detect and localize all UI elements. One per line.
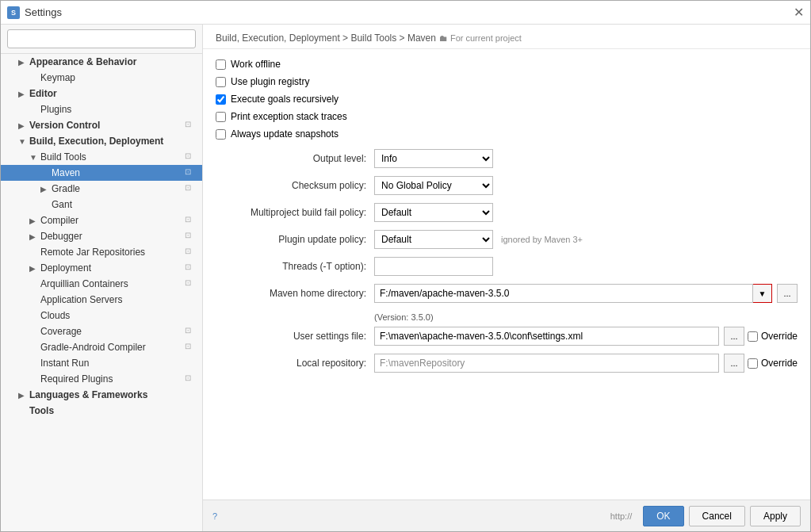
ext-icon: ⊡ [185,326,196,337]
override2-group: Override [748,358,798,369]
ext-icon: ⊡ [185,247,196,258]
checksum-policy-row: Checksum policy: No Global Policy [216,176,798,195]
sidebar-item-label: Build, Execution, Deployment [29,136,196,147]
plugin-update-row: Plugin update policy: Default ignored by… [216,230,798,249]
threads-input[interactable] [374,257,493,276]
apply-button[interactable]: Apply [750,506,801,526]
arrow-icon: ▶ [18,90,29,98]
sidebar-item-required-plugins[interactable]: Required Plugins ⊡ [1,371,202,387]
execute-goals-checkbox[interactable] [216,94,226,105]
sidebar-item-editor[interactable]: ▶ Editor [1,86,202,101]
ext-icon: ⊡ [185,167,196,178]
sidebar-item-plugins[interactable]: Plugins [1,101,202,117]
sidebar-item-app-servers[interactable]: Application Servers [1,292,202,308]
ext-icon: ⊡ [185,215,196,226]
arrow-icon: ▶ [18,58,29,67]
search-input[interactable] [7,29,196,48]
plugin-update-control: Default ignored by Maven 3+ [374,230,798,249]
maven-home-label: Maven home directory: [216,288,374,299]
sidebar-item-label: Compiler [40,215,185,226]
sidebar-item-gradle[interactable]: ▶ Gradle ⊡ [1,181,202,197]
ext-icon: ⊡ [185,120,196,131]
multiproject-label: Multiproject build fail policy: [216,207,374,218]
output-level-select[interactable]: Info [374,149,493,168]
execute-goals-row: Execute goals recursively [216,94,798,105]
cancel-button[interactable]: Cancel [689,506,745,526]
sidebar-item-arquillian[interactable]: Arquillian Containers ⊡ [1,276,202,292]
always-update-checkbox[interactable] [216,129,226,140]
sidebar-item-languages[interactable]: ▶ Languages & Frameworks [1,387,202,403]
sidebar-item-instant-run[interactable]: Instant Run [1,355,202,371]
window-title: Settings [25,6,62,18]
maven-home-control: ▼ ... [374,284,798,303]
print-exception-row: Print exception stack traces [216,111,798,122]
checksum-policy-control: No Global Policy [374,176,798,195]
local-repo-browse-button[interactable]: ... [724,354,744,373]
sidebar-item-tools[interactable]: Tools [1,403,202,419]
local-repo-input[interactable] [374,354,719,373]
always-update-label: Always update snapshots [231,128,339,140]
maven-home-combo: ▼ [374,284,772,303]
output-level-label: Output level: [216,153,374,164]
sidebar-item-gradle-android[interactable]: Gradle-Android Compiler ⊡ [1,339,202,355]
sidebar-item-maven[interactable]: Maven ⊡ [1,165,202,181]
content: ▶ Appearance & Behavior Keymap ▶ Editor … [1,25,810,531]
override2-checkbox[interactable] [748,358,758,369]
breadcrumb: Build, Execution, Deployment > Build Too… [203,25,810,49]
user-settings-row: User settings file: ... Override [216,327,798,346]
sidebar-item-compiler[interactable]: ▶ Compiler ⊡ [1,212,202,228]
local-repo-label: Local repository: [216,358,374,369]
output-level-control: Info [374,149,798,168]
sidebar-item-label: Version Control [29,120,185,131]
arrow-icon: ▼ [18,137,29,146]
sidebar-item-remote-jar[interactable]: Remote Jar Repositories ⊡ [1,244,202,260]
sidebar-item-label: Gradle-Android Compiler [40,342,185,353]
sidebar-item-build-exec[interactable]: ▼ Build, Execution, Deployment [1,133,202,149]
project-icon: 🖿 [439,33,448,43]
sidebar-item-clouds[interactable]: Clouds [1,308,202,323]
local-repo-control: ... Override [374,354,798,373]
arrow-icon: ▶ [29,232,40,241]
arrow-icon: ▶ [29,264,40,273]
sidebar-item-keymap[interactable]: Keymap [1,70,202,86]
sidebar-item-label: Tools [29,405,196,416]
use-plugin-checkbox[interactable] [216,77,226,87]
close-button[interactable]: ✕ [793,7,804,18]
sidebar-item-label: Arquillian Containers [40,278,185,289]
user-settings-control: ... Override [374,327,798,346]
override1-checkbox[interactable] [748,331,758,342]
footer: ? http:// OK Cancel Apply [203,499,810,531]
sidebar-item-build-tools[interactable]: ▼ Build Tools ⊡ [1,149,202,165]
sidebar-item-label: Plugins [40,104,196,115]
user-settings-browse-button[interactable]: ... [724,327,744,346]
override2-label: Override [761,358,798,369]
multiproject-select[interactable]: Default [374,203,493,222]
plugin-update-select[interactable]: Default [374,230,493,249]
arrow-icon: ▶ [40,185,52,193]
sidebar-item-deployment[interactable]: ▶ Deployment ⊡ [1,260,202,276]
url-text: http:// [610,511,633,521]
sidebar-item-label: Keymap [40,72,196,83]
help-button[interactable]: ? [212,511,217,521]
sidebar-item-label: Editor [29,88,196,99]
ignored-text: ignored by Maven 3+ [501,235,583,244]
ext-icon: ⊡ [185,183,196,194]
sidebar-item-label: Instant Run [40,358,196,369]
sidebar-item-coverage[interactable]: Coverage ⊡ [1,323,202,339]
sidebar-item-appearance[interactable]: ▶ Appearance & Behavior [1,54,202,70]
sidebar-item-gant[interactable]: Gant [1,197,202,212]
maven-home-dropdown-arrow[interactable]: ▼ [753,284,772,303]
sidebar-item-debugger[interactable]: ▶ Debugger ⊡ [1,228,202,244]
ok-button[interactable]: OK [643,506,683,526]
app-icon: S [7,6,20,19]
titlebar: S Settings ✕ [1,1,810,25]
checksum-policy-select[interactable]: No Global Policy [374,176,493,195]
arrow-icon: ▶ [18,391,29,400]
work-offline-checkbox[interactable] [216,59,226,70]
sidebar-item-version-control[interactable]: ▶ Version Control ⊡ [1,117,202,133]
maven-home-input[interactable] [374,284,753,303]
ext-icon: ⊡ [185,373,196,385]
user-settings-input[interactable] [374,327,719,346]
print-exception-checkbox[interactable] [216,112,226,122]
maven-home-browse-button[interactable]: ... [777,284,798,303]
